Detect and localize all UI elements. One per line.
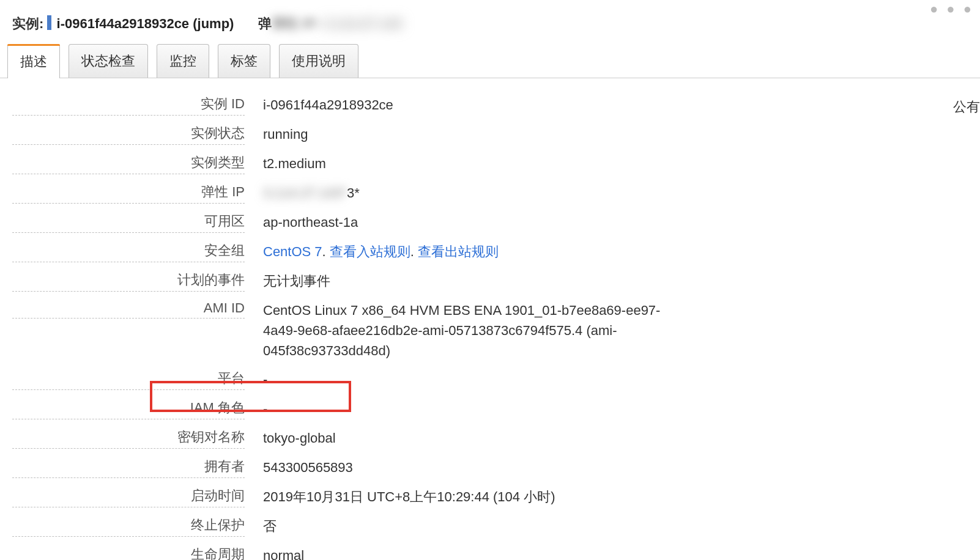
label-ami-id: AMI ID [12,300,245,319]
tab-使用说明[interactable]: 使用说明 [279,44,358,78]
security-group-link[interactable]: CentOS 7 [263,244,322,259]
right-column-label: 公有 [953,98,980,116]
label-instance-id: 实例 ID [12,95,245,116]
row-instance-type: 实例类型 t2.medium [12,149,685,179]
window-dots-icon: ● ● ● [930,1,974,17]
value-ami-id[interactable]: CentOS Linux 7 x86_64 HVM EBS ENA 1901_0… [245,300,661,361]
tab-状态检查[interactable]: 状态检查 [69,44,148,78]
label-elastic-ip: 弹性 IP [12,183,245,204]
row-availability-zone: 可用区 ap-northeast-1a [12,208,685,237]
instance-header: 实例: i-0961f44a2918932ce (jump) 弹弹性 IP: 3… [0,0,980,44]
value-key-pair-name: tokyo-global [245,428,336,448]
outbound-rules-link[interactable]: 查看出站规则 [418,244,499,259]
row-owner: 拥有者 543300565893 [12,453,685,482]
row-instance-state: 实例状态 running [12,120,685,149]
row-launch-time: 启动时间 2019年10月31日 UTC+8上午10:29:44 (104 小时… [12,482,685,512]
tab-标签[interactable]: 标签 [218,44,270,78]
tab-描述[interactable]: 描述 [7,45,60,78]
tab-监控[interactable]: 监控 [157,44,209,78]
secondary-label: 弹弹性 IP: [258,16,319,31]
label-launch-time: 启动时间 [12,487,245,507]
label-security-groups: 安全组 [12,241,245,262]
detail-table: 实例 ID i-0961f44a2918932ce 实例状态 running 实… [12,90,685,560]
row-termination-protection: 终止保护 否 [12,512,685,541]
label-lifecycle: 生命周期 [12,545,245,560]
row-scheduled-events: 计划的事件 无计划事件 [12,267,685,296]
value-termination-protection: 否 [245,516,277,536]
secondary-header: 弹弹性 IP: 3.114.27.143 [258,15,402,33]
value-launch-time: 2019年10月31日 UTC+8上午10:29:44 (104 小时) [245,487,555,507]
value-instance-id: i-0961f44a2918932ce [245,95,393,115]
row-instance-id: 实例 ID i-0961f44a2918932ce [12,90,685,120]
value-owner: 543300565893 [245,457,353,477]
value-elastic-ip[interactable]: 3.114.27.143*3* [245,183,360,203]
instance-prefix: 实例: [12,16,43,31]
accent-bar-icon [47,15,51,30]
label-owner: 拥有者 [12,457,245,478]
secondary-value-masked: 3.114.27.143 [324,16,402,32]
value-lifecycle: normal [245,545,304,560]
label-key-pair-name: 密钥对名称 [12,428,245,449]
label-instance-type: 实例类型 [12,153,245,174]
label-instance-state: 实例状态 [12,124,245,145]
row-lifecycle: 生命周期 normal [12,541,685,560]
value-scheduled-events[interactable]: 无计划事件 [245,271,330,291]
inbound-rules-link[interactable]: 查看入站规则 [330,244,410,259]
label-termination-protection: 终止保护 [12,516,245,537]
label-scheduled-events: 计划的事件 [12,271,245,292]
instance-title: i-0961f44a2918932ce (jump) [57,16,234,31]
row-key-pair-name: 密钥对名称 tokyo-global [12,424,685,453]
row-elastic-ip: 弹性 IP 3.114.27.143*3* [12,179,685,208]
label-availability-zone: 可用区 [12,212,245,233]
tab-bar: 描述状态检查监控标签使用说明 [0,44,980,78]
value-instance-type: t2.medium [245,153,326,174]
value-instance-state: running [245,124,308,144]
annotation-highlight-box [150,381,351,412]
row-security-groups: 安全组 CentOS 7. 查看入站规则. 查看出站规则 [12,237,685,267]
row-ami-id: AMI ID CentOS Linux 7 x86_64 HVM EBS ENA… [12,296,685,365]
value-availability-zone: ap-northeast-1a [245,212,358,232]
value-security-groups: CentOS 7. 查看入站规则. 查看出站规则 [245,241,499,262]
